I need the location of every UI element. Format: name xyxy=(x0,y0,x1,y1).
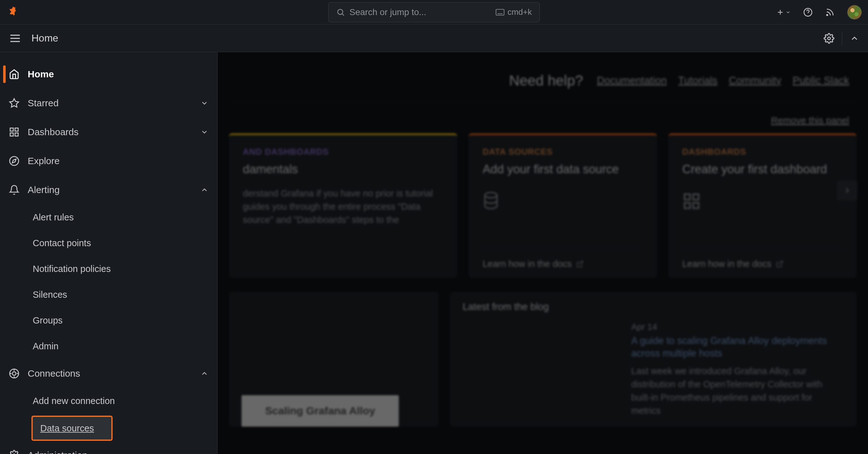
bell-icon xyxy=(9,185,20,195)
card-dashboard[interactable]: DASHBOARDS Create your first dashboard L… xyxy=(668,133,857,278)
card-tutorial[interactable]: AND DASHBOARDS damentals derstand Grafan… xyxy=(229,133,457,278)
sidebar-item-home[interactable]: Home xyxy=(0,60,217,89)
sidebar-subitem-add-connection[interactable]: Add new connection xyxy=(25,388,209,414)
svg-rect-2 xyxy=(496,9,504,15)
card-footer-link[interactable]: Learn how in the docs xyxy=(483,250,643,278)
sidebar-subitem-silences[interactable]: Silences xyxy=(25,282,209,307)
dashboard-icon xyxy=(9,127,20,137)
svg-rect-17 xyxy=(685,203,690,208)
avatar[interactable] xyxy=(847,5,862,20)
help-link-tutorials[interactable]: Tutorials xyxy=(678,74,717,87)
svg-point-13 xyxy=(485,192,497,198)
database-icon xyxy=(483,192,643,210)
svg-marker-26 xyxy=(12,159,16,163)
need-help-label: Need help? xyxy=(509,72,583,89)
sidebar-item-label: Alerting xyxy=(28,185,60,195)
help-link-documentation[interactable]: Documentation xyxy=(597,74,667,87)
sidebar-subitem-admin[interactable]: Admin xyxy=(25,333,209,359)
sidebar-item-starred[interactable]: Starred xyxy=(0,89,217,118)
svg-line-14 xyxy=(579,261,583,265)
svg-rect-18 xyxy=(693,203,699,208)
help-link-community[interactable]: Community xyxy=(729,74,781,87)
home-icon xyxy=(9,69,20,79)
grid-icon xyxy=(682,192,843,210)
chevron-down-icon xyxy=(200,128,209,136)
blog-section: Scaling Grafana Alloy Latest from the bl… xyxy=(229,292,857,427)
grafana-logo-icon[interactable] xyxy=(6,6,19,19)
blog-excerpt: Last week we introduced Grafana Alloy, o… xyxy=(631,364,844,417)
breadcrumb-bar: Home xyxy=(0,25,868,52)
help-icon[interactable] xyxy=(803,7,813,17)
sidebar-item-alerting[interactable]: Alerting xyxy=(0,175,217,204)
remove-panel-link[interactable]: Remove this panel xyxy=(771,115,849,126)
sidebar-item-label: Home xyxy=(28,69,54,79)
svg-rect-21 xyxy=(10,128,13,131)
sidebar-subitem-notification-policies[interactable]: Notification policies xyxy=(25,256,209,282)
blog-heading: Latest from the blog xyxy=(463,301,844,313)
settings-icon[interactable] xyxy=(824,33,834,44)
breadcrumb[interactable]: Home xyxy=(31,32,58,44)
blog-date: Apr 14 xyxy=(631,322,844,332)
sidebar-subitem-groups[interactable]: Groups xyxy=(25,307,209,333)
sidebar-item-connections[interactable]: Connections xyxy=(0,359,217,388)
svg-point-12 xyxy=(828,37,831,40)
svg-marker-20 xyxy=(10,99,19,107)
sidebar-item-label: Starred xyxy=(28,98,59,108)
sidebar-item-dashboards[interactable]: Dashboards xyxy=(0,118,217,147)
card-data-source[interactable]: DATA SOURCES Add your first data source … xyxy=(469,133,657,278)
sidebar-item-label: Administration xyxy=(28,450,87,454)
svg-point-0 xyxy=(338,9,343,14)
search-input[interactable]: Search or jump to... cmd+k xyxy=(328,2,540,22)
help-bar: Need help? Documentation Tutorials Commu… xyxy=(229,59,857,102)
sidebar-item-label: Connections xyxy=(28,368,80,379)
card-footer-link[interactable]: Learn how in the docs xyxy=(682,250,843,278)
sidebar-item-explore[interactable]: Explore xyxy=(0,147,217,175)
help-link-slack[interactable]: Public Slack xyxy=(793,74,849,87)
svg-rect-24 xyxy=(15,133,18,136)
star-icon xyxy=(9,98,20,108)
sidebar: Home Starred Dashboards Explore Alerting… xyxy=(0,52,218,454)
sidebar-subitem-alert-rules[interactable]: Alert rules xyxy=(25,204,209,230)
blog-image: Scaling Grafana Alloy xyxy=(242,395,399,427)
sidebar-subitem-data-sources[interactable]: Data sources xyxy=(33,417,111,440)
search-placeholder: Search or jump to... xyxy=(349,7,426,17)
news-icon[interactable] xyxy=(825,7,835,17)
sidebar-item-label: Explore xyxy=(28,156,60,166)
chevron-down-icon xyxy=(200,451,209,454)
svg-line-1 xyxy=(342,14,344,15)
blog-post-title[interactable]: A guide to scaling Grafana Alloy deploym… xyxy=(631,334,844,360)
svg-line-19 xyxy=(779,261,782,265)
scroll-right-button[interactable] xyxy=(837,181,857,201)
chevron-up-icon xyxy=(200,186,209,194)
compass-icon xyxy=(9,156,20,166)
svg-rect-22 xyxy=(15,128,18,131)
collapse-icon[interactable] xyxy=(850,34,859,43)
search-shortcut: cmd+k xyxy=(496,7,532,17)
alerting-submenu: Alert rules Contact points Notification … xyxy=(0,204,217,359)
sidebar-item-administration[interactable]: Administration xyxy=(0,441,217,454)
chevron-down-icon xyxy=(200,99,209,107)
svg-point-8 xyxy=(827,14,828,15)
svg-point-28 xyxy=(12,371,16,375)
connections-submenu: Add new connection Data sources xyxy=(0,388,217,440)
plug-icon xyxy=(9,368,20,379)
menu-toggle-icon[interactable] xyxy=(9,32,21,45)
sidebar-item-label: Dashboards xyxy=(28,127,79,137)
svg-rect-23 xyxy=(10,133,13,136)
svg-point-25 xyxy=(10,157,19,165)
main-content: Need help? Documentation Tutorials Commu… xyxy=(218,52,868,454)
chevron-up-icon xyxy=(200,369,209,378)
topnav-right xyxy=(776,5,862,20)
gear-icon xyxy=(9,450,20,454)
sidebar-subitem-contact-points[interactable]: Contact points xyxy=(25,230,209,256)
add-menu-button[interactable] xyxy=(776,8,790,17)
svg-rect-15 xyxy=(685,194,690,200)
onboarding-cards: AND DASHBOARDS damentals derstand Grafan… xyxy=(229,133,857,278)
blog-right-panel: Latest from the blog Apr 14 A guide to s… xyxy=(450,292,857,427)
top-nav: Search or jump to... cmd+k xyxy=(0,0,868,25)
blog-left-panel: Scaling Grafana Alloy xyxy=(229,292,439,427)
svg-rect-16 xyxy=(693,194,699,200)
